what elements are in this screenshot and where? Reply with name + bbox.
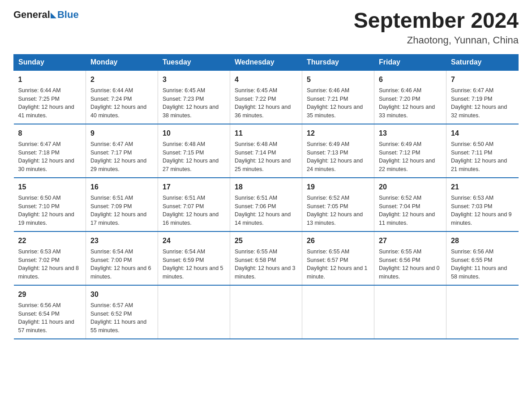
calendar-cell: 29Sunrise: 6:56 AMSunset: 6:54 PMDayligh… [14, 285, 86, 339]
col-header-tuesday: Tuesday [158, 54, 230, 70]
day-info: Sunrise: 6:46 AMSunset: 7:20 PMDaylight:… [379, 86, 442, 120]
day-info: Sunrise: 6:46 AMSunset: 7:21 PMDaylight:… [307, 86, 369, 120]
day-number: 24 [163, 235, 225, 246]
calendar-cell [446, 285, 519, 339]
calendar-cell [158, 285, 230, 339]
day-number: 14 [451, 128, 514, 139]
day-number: 17 [163, 182, 225, 193]
calendar-week-row: 22Sunrise: 6:53 AMSunset: 7:02 PMDayligh… [14, 231, 519, 285]
day-number: 2 [90, 74, 153, 85]
col-header-saturday: Saturday [446, 54, 519, 70]
calendar-cell: 27Sunrise: 6:55 AMSunset: 6:56 PMDayligh… [374, 231, 446, 285]
col-header-friday: Friday [374, 54, 446, 70]
day-info: Sunrise: 6:44 AMSunset: 7:25 PMDaylight:… [18, 86, 82, 120]
day-info: Sunrise: 6:53 AMSunset: 7:03 PMDaylight:… [451, 194, 514, 227]
calendar-cell: 24Sunrise: 6:54 AMSunset: 6:59 PMDayligh… [158, 231, 230, 285]
day-info: Sunrise: 6:47 AMSunset: 7:17 PMDaylight:… [90, 140, 153, 174]
day-number: 7 [451, 74, 514, 85]
calendar-header-row: SundayMondayTuesdayWednesdayThursdayFrid… [14, 54, 519, 70]
logo-triangle-icon [51, 13, 56, 18]
calendar-cell: 23Sunrise: 6:54 AMSunset: 7:00 PMDayligh… [86, 231, 158, 285]
calendar-cell: 3Sunrise: 6:45 AMSunset: 7:23 PMDaylight… [158, 70, 230, 124]
day-info: Sunrise: 6:47 AMSunset: 7:19 PMDaylight:… [451, 86, 514, 120]
day-info: Sunrise: 6:51 AMSunset: 7:09 PMDaylight:… [90, 194, 153, 227]
col-header-thursday: Thursday [302, 54, 374, 70]
calendar-cell: 14Sunrise: 6:50 AMSunset: 7:11 PMDayligh… [446, 124, 519, 178]
calendar-week-row: 8Sunrise: 6:47 AMSunset: 7:18 PMDaylight… [14, 124, 519, 178]
day-number: 29 [18, 289, 82, 300]
calendar-cell: 30Sunrise: 6:57 AMSunset: 6:52 PMDayligh… [86, 285, 158, 339]
calendar-cell: 25Sunrise: 6:55 AMSunset: 6:58 PMDayligh… [230, 231, 302, 285]
day-number: 25 [235, 235, 297, 246]
day-info: Sunrise: 6:49 AMSunset: 7:12 PMDaylight:… [379, 140, 442, 174]
calendar-cell [230, 285, 302, 339]
day-info: Sunrise: 6:48 AMSunset: 7:15 PMDaylight:… [163, 140, 225, 174]
day-info: Sunrise: 6:45 AMSunset: 7:22 PMDaylight:… [235, 86, 297, 120]
day-number: 23 [90, 235, 153, 246]
calendar-cell: 12Sunrise: 6:49 AMSunset: 7:13 PMDayligh… [302, 124, 374, 178]
day-number: 16 [90, 182, 153, 193]
calendar-cell: 19Sunrise: 6:52 AMSunset: 7:05 PMDayligh… [302, 178, 374, 231]
calendar-cell: 13Sunrise: 6:49 AMSunset: 7:12 PMDayligh… [374, 124, 446, 178]
day-info: Sunrise: 6:44 AMSunset: 7:24 PMDaylight:… [90, 86, 153, 120]
page-header: General Blue September 2024 Zhaotong, Yu… [13, 9, 519, 46]
day-info: Sunrise: 6:57 AMSunset: 6:52 PMDaylight:… [90, 301, 153, 335]
calendar-cell: 11Sunrise: 6:48 AMSunset: 7:14 PMDayligh… [230, 124, 302, 178]
calendar-week-row: 15Sunrise: 6:50 AMSunset: 7:10 PMDayligh… [14, 178, 519, 231]
day-info: Sunrise: 6:56 AMSunset: 6:54 PMDaylight:… [18, 301, 82, 335]
day-info: Sunrise: 6:51 AMSunset: 7:07 PMDaylight:… [163, 194, 225, 227]
day-number: 8 [18, 128, 82, 139]
day-number: 5 [307, 74, 369, 85]
day-info: Sunrise: 6:50 AMSunset: 7:10 PMDaylight:… [18, 194, 82, 227]
day-info: Sunrise: 6:55 AMSunset: 6:57 PMDaylight:… [307, 248, 369, 281]
calendar-title: September 2024 [354, 9, 519, 33]
day-info: Sunrise: 6:49 AMSunset: 7:13 PMDaylight:… [307, 140, 369, 174]
day-info: Sunrise: 6:50 AMSunset: 7:11 PMDaylight:… [451, 140, 514, 174]
calendar-cell: 10Sunrise: 6:48 AMSunset: 7:15 PMDayligh… [158, 124, 230, 178]
day-number: 12 [307, 128, 369, 139]
calendar-cell: 26Sunrise: 6:55 AMSunset: 6:57 PMDayligh… [302, 231, 374, 285]
logo-text-sub: Blue [57, 9, 79, 21]
day-number: 28 [451, 235, 514, 246]
logo: General Blue [13, 9, 79, 21]
day-info: Sunrise: 6:48 AMSunset: 7:14 PMDaylight:… [235, 140, 297, 174]
day-info: Sunrise: 6:45 AMSunset: 7:23 PMDaylight:… [163, 86, 225, 120]
calendar-cell: 5Sunrise: 6:46 AMSunset: 7:21 PMDaylight… [302, 70, 374, 124]
calendar-cell: 15Sunrise: 6:50 AMSunset: 7:10 PMDayligh… [14, 178, 86, 231]
day-number: 13 [379, 128, 442, 139]
day-number: 6 [379, 74, 442, 85]
col-header-sunday: Sunday [14, 54, 86, 70]
day-number: 18 [235, 182, 297, 193]
calendar-week-row: 1Sunrise: 6:44 AMSunset: 7:25 PMDaylight… [14, 70, 519, 124]
day-number: 19 [307, 182, 369, 193]
day-info: Sunrise: 6:52 AMSunset: 7:05 PMDaylight:… [307, 194, 369, 227]
calendar-cell: 28Sunrise: 6:56 AMSunset: 6:55 PMDayligh… [446, 231, 519, 285]
calendar-cell: 20Sunrise: 6:52 AMSunset: 7:04 PMDayligh… [374, 178, 446, 231]
day-info: Sunrise: 6:51 AMSunset: 7:06 PMDaylight:… [235, 194, 297, 227]
calendar-cell: 6Sunrise: 6:46 AMSunset: 7:20 PMDaylight… [374, 70, 446, 124]
calendar-cell: 17Sunrise: 6:51 AMSunset: 7:07 PMDayligh… [158, 178, 230, 231]
day-number: 22 [18, 235, 82, 246]
day-number: 21 [451, 182, 514, 193]
title-area: September 2024 Zhaotong, Yunnan, China [354, 9, 519, 46]
day-number: 4 [235, 74, 297, 85]
day-number: 26 [307, 235, 369, 246]
calendar-cell: 16Sunrise: 6:51 AMSunset: 7:09 PMDayligh… [86, 178, 158, 231]
calendar-cell [374, 285, 446, 339]
logo-text-main: General [13, 9, 50, 21]
calendar-subtitle: Zhaotong, Yunnan, China [354, 34, 519, 46]
col-header-wednesday: Wednesday [230, 54, 302, 70]
calendar-cell [302, 285, 374, 339]
day-info: Sunrise: 6:55 AMSunset: 6:56 PMDaylight:… [379, 248, 442, 281]
day-info: Sunrise: 6:47 AMSunset: 7:18 PMDaylight:… [18, 140, 82, 174]
day-number: 10 [163, 128, 225, 139]
calendar-week-row: 29Sunrise: 6:56 AMSunset: 6:54 PMDayligh… [14, 285, 519, 339]
calendar-cell: 4Sunrise: 6:45 AMSunset: 7:22 PMDaylight… [230, 70, 302, 124]
day-number: 3 [163, 74, 225, 85]
day-number: 20 [379, 182, 442, 193]
day-number: 9 [90, 128, 153, 139]
calendar-cell: 22Sunrise: 6:53 AMSunset: 7:02 PMDayligh… [14, 231, 86, 285]
calendar-table: SundayMondayTuesdayWednesdayThursdayFrid… [13, 54, 519, 339]
day-number: 1 [18, 74, 82, 85]
day-number: 30 [90, 289, 153, 300]
